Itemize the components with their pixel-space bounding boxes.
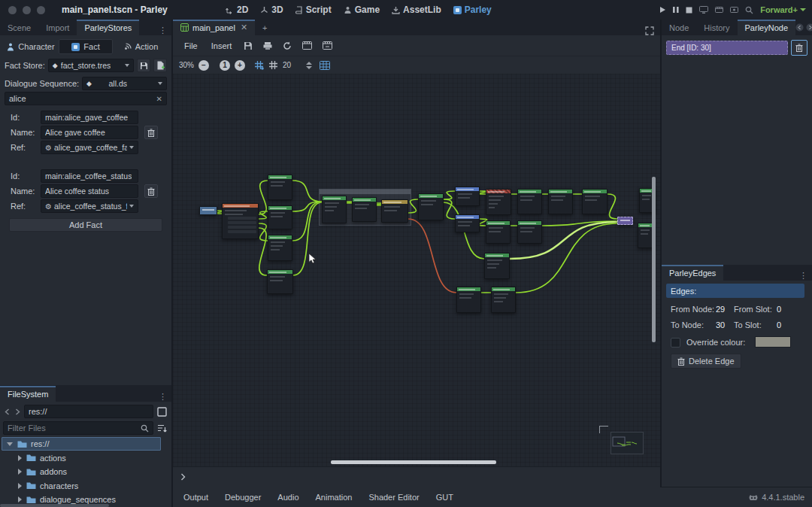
delete-edge-button[interactable]: Delete Edge: [671, 354, 741, 369]
graph-node-match[interactable]: [455, 214, 480, 232]
bottom-tab-gut[interactable]: GUT: [436, 493, 453, 502]
graph-node-dialogue[interactable]: [582, 189, 607, 214]
refresh-icon[interactable]: [279, 40, 295, 52]
fact-id-input[interactable]: main:alice_gave_coffee: [41, 111, 138, 124]
delete-fact-button[interactable]: [144, 184, 158, 198]
graph-node-dialogue[interactable]: [456, 287, 481, 313]
graph-node-choice[interactable]: [222, 203, 259, 239]
graph-edge[interactable]: [259, 211, 268, 219]
tab-node[interactable]: Node: [662, 20, 696, 35]
bottom-tab-shader-editor[interactable]: Shader Editor: [368, 493, 419, 502]
stop-button[interactable]: [686, 7, 692, 14]
fact-ref-select[interactable]: ⚙alice_gave_coffee_fact.g: [41, 141, 138, 154]
file-menu[interactable]: File: [179, 39, 203, 53]
fact-name-input[interactable]: Alice coffee status: [41, 184, 138, 198]
dock-prev-icon[interactable]: [795, 23, 804, 32]
tab-main-panel[interactable]: main_panel ✕: [173, 20, 255, 35]
minimize-window-icon[interactable]: [23, 6, 31, 14]
graph-edge[interactable]: [292, 202, 322, 241]
graph-node-dialogue[interactable]: [517, 220, 542, 244]
fs-tree-item-actions[interactable]: actions: [2, 451, 161, 465]
graph-edge[interactable]: [292, 202, 322, 211]
dock-next-icon[interactable]: [806, 23, 812, 32]
graph-edge[interactable]: [259, 181, 268, 214]
delete-fact-button[interactable]: [144, 126, 158, 139]
chevron-right-icon[interactable]: [18, 455, 22, 461]
play-button[interactable]: [659, 6, 666, 14]
pause-button[interactable]: [673, 6, 679, 14]
path-input[interactable]: res://: [24, 405, 153, 418]
bottom-tab-animation[interactable]: Animation: [316, 493, 353, 502]
override-colour-checkbox[interactable]: [671, 338, 680, 348]
grid-toggle-icon[interactable]: [268, 60, 278, 70]
fact-mode-button[interactable]: Fact: [59, 39, 113, 54]
fact-search-input[interactable]: alice ✕: [5, 92, 167, 105]
clear-search-icon[interactable]: ✕: [156, 95, 162, 103]
split-view-button[interactable]: [156, 407, 168, 417]
expand-bottom-panel-icon[interactable]: [639, 26, 660, 35]
bottom-tab-debugger[interactable]: Debugger: [225, 493, 261, 502]
save-icon[interactable]: [240, 40, 256, 52]
selected-node-row[interactable]: End [ID: 30]: [666, 41, 788, 55]
graph-canvas[interactable]: [173, 74, 660, 466]
chevron-right-icon[interactable]: [18, 496, 22, 502]
filter-files-input[interactable]: Filter Files: [3, 421, 153, 435]
graph-edge[interactable]: [292, 181, 322, 202]
maximize-window-icon[interactable]: [37, 6, 45, 14]
grid-size-spinner[interactable]: [306, 62, 312, 69]
chevron-right-icon[interactable]: [18, 483, 22, 489]
new-fact-store-button[interactable]: [153, 59, 167, 72]
nav-forward-icon[interactable]: [14, 408, 22, 415]
graph-node-dialogue[interactable]: [352, 197, 377, 222]
graph-node-dialogue[interactable]: [418, 193, 444, 220]
fact-ref-select[interactable]: ⚙alice_coffee_status_fact.: [41, 199, 138, 213]
bottom-panel-expander[interactable]: [173, 466, 660, 487]
dock-menu-icon[interactable]: ⋮: [154, 26, 171, 35]
profiler-search-icon[interactable]: [745, 6, 753, 14]
zoom-out-button[interactable]: −: [198, 60, 209, 71]
tab-parleystores[interactable]: ParleyStores: [77, 20, 139, 35]
zoom-reset-button[interactable]: 1: [220, 60, 230, 71]
character-mode-button[interactable]: Character: [5, 39, 57, 54]
override-colour-swatch[interactable]: [755, 336, 791, 348]
delete-node-button[interactable]: [791, 40, 807, 56]
graph-node-dialogue[interactable]: [486, 220, 511, 244]
graph-edge[interactable]: [542, 221, 617, 226]
graph-edge[interactable]: [293, 202, 322, 275]
graph-edge[interactable]: [408, 219, 456, 293]
graph-node-dialogue[interactable]: [268, 235, 292, 261]
tab-history[interactable]: History: [696, 20, 737, 35]
fs-tree-item-addons[interactable]: addons: [2, 465, 161, 478]
graph-edge[interactable]: [259, 228, 267, 275]
graph-node-dialogue[interactable]: [268, 205, 292, 229]
graph-edge[interactable]: [259, 223, 268, 241]
movie-writer-button[interactable]: [730, 6, 738, 14]
remote-debug-button[interactable]: [699, 6, 708, 14]
graph-edge[interactable]: [444, 199, 455, 219]
graph-edge[interactable]: [607, 194, 617, 219]
vertical-scrollbar[interactable]: [652, 177, 656, 342]
mode-game-button[interactable]: Game: [344, 5, 380, 15]
edges-section-header[interactable]: Edges:: [666, 284, 804, 298]
mode-2d-button[interactable]: 2D: [226, 5, 248, 15]
chevron-down-icon[interactable]: [7, 442, 13, 446]
fact-store-select[interactable]: ◆ fact_store.tres: [48, 59, 134, 72]
graph-node-dialogue[interactable]: [491, 287, 516, 313]
chevron-right-icon[interactable]: [18, 469, 22, 475]
print-icon[interactable]: [259, 40, 276, 52]
fact-name-input[interactable]: Alice gave coffee: [41, 126, 138, 139]
nav-back-icon[interactable]: [3, 408, 11, 415]
zoom-in-button[interactable]: +: [235, 60, 245, 71]
mode-parley-button[interactable]: Parley: [453, 5, 492, 15]
dialogue-sequence-select[interactable]: ◆ all.ds: [82, 77, 167, 90]
fs-horizontal-scrollbar[interactable]: [0, 504, 109, 507]
snap-toggle-icon[interactable]: [254, 60, 264, 70]
graph-node-dialogue[interactable]: [268, 175, 292, 200]
tab-parleyedges[interactable]: ParleyEdges: [662, 265, 723, 281]
insert-menu[interactable]: Insert: [206, 39, 238, 53]
close-window-icon[interactable]: [8, 6, 17, 14]
graph-node-dialogue[interactable]: [548, 189, 573, 214]
graph-minimap[interactable]: [611, 432, 644, 454]
graph-node-dialogue[interactable]: [267, 269, 293, 294]
graph-node-cond[interactable]: [381, 199, 408, 223]
